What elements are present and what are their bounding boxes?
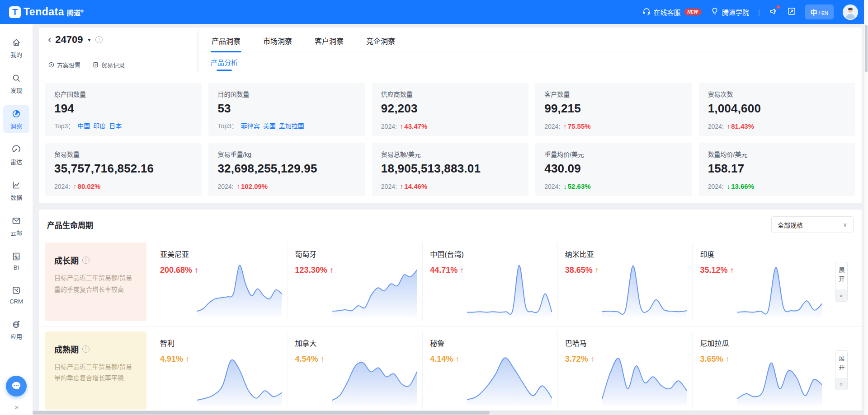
lifecycle-chart[interactable]: 葡萄牙123.30%↑ <box>288 242 423 321</box>
trade-records-label: 贸易记录 <box>101 61 125 69</box>
stats-row-1: 原产国数量194Top3：中国印度日本目的国数量53Top3：菲律宾美国孟加拉国… <box>45 83 855 136</box>
sidebar-collapse-button[interactable]: » <box>15 403 18 410</box>
sidebar-item-data[interactable]: 数据 <box>3 177 29 205</box>
stat-value: 194 <box>54 102 193 116</box>
arrow-up-icon: ↑ <box>460 266 464 275</box>
chat-fab-button[interactable] <box>6 376 27 396</box>
stat-card: 数量均价/美元158.172024:↓13.66% <box>699 143 855 196</box>
expand-button[interactable]: 展开» <box>835 350 848 390</box>
stat-title: 供应商数量 <box>381 89 519 98</box>
stat-value: 430.09 <box>544 162 683 176</box>
sidebar-item-bi[interactable]: BIBI <box>3 248 29 274</box>
yoy-year-label: 2024: <box>544 183 560 190</box>
tendata-logo[interactable]: T Tendata 腾道® <box>9 6 84 18</box>
online-service-link[interactable]: 在线客服 NEW <box>642 7 701 17</box>
lifecycle-chart[interactable]: 秘鲁4.14%↑ <box>422 331 557 410</box>
chart-country-name: 中国(台湾) <box>430 248 550 259</box>
stage-info-icon[interactable]: ! <box>82 345 90 353</box>
sidebar-item-home[interactable]: 我的 <box>3 34 29 62</box>
academy-link[interactable]: 腾道学院 <box>710 7 749 17</box>
top3-link[interactable]: 印度 <box>93 121 106 130</box>
sidebar-item-radar[interactable]: 雷达 <box>3 141 29 169</box>
chart-country-name: 印度 <box>700 248 820 259</box>
top3-link[interactable]: 美国 <box>263 121 276 130</box>
arrow-up-icon: ↑ <box>730 266 734 275</box>
expand-col: 展开» <box>827 242 855 321</box>
lifecycle-chart[interactable]: 巴哈马3.72%↑ <box>557 331 693 410</box>
yoy-pct: 102.09% <box>241 182 268 190</box>
user-avatar[interactable] <box>843 5 858 20</box>
lifecycle-chart[interactable]: 中国(台湾)44.71%↑ <box>422 242 557 321</box>
tab-product[interactable]: 产品洞察 <box>211 28 241 52</box>
sidebar-item-mail[interactable]: 云邮 <box>3 212 29 240</box>
announcements-button[interactable] <box>769 7 778 17</box>
chart-pct-value: 200.68% <box>160 266 192 275</box>
tab-market[interactable]: 市场洞察 <box>262 28 293 52</box>
home-icon <box>11 37 21 49</box>
yoy-pct: 52.63% <box>568 182 591 190</box>
lifecycle-chart[interactable]: 加拿大4.54%↑ <box>288 331 423 410</box>
sparkline-chart <box>197 348 282 406</box>
tab-competitor[interactable]: 竞企洞察 <box>365 28 396 52</box>
double-chevron-down-icon: » <box>835 378 847 390</box>
plan-settings-link[interactable]: 方案设置 <box>48 61 80 69</box>
stat-foot: 2024:↑81.43% <box>708 122 846 130</box>
lang-zh: 中 <box>811 7 817 17</box>
yoy-pct: 80.02% <box>78 182 101 190</box>
sidebar-item-insight[interactable]: 洞察 <box>3 105 29 133</box>
top3-link[interactable]: 菲律宾 <box>241 121 260 130</box>
stats-section: 原产国数量194Top3：中国印度日本目的国数量53Top3：菲律宾美国孟加拉国… <box>39 75 862 203</box>
stage-info-icon[interactable]: ! <box>82 256 90 264</box>
sparkline-chart <box>332 259 417 317</box>
yoy-change: ↓52.63% <box>563 182 590 190</box>
trade-records-link[interactable]: 贸易记录 <box>92 61 125 69</box>
target-icon <box>48 61 55 68</box>
language-toggle[interactable]: 中 / EN <box>805 5 834 19</box>
yoy-year-label: 2024: <box>381 183 397 190</box>
chart-country-name: 葡萄牙 <box>295 248 415 259</box>
lifecycle-chart[interactable]: 尼加拉瓜3.65%↑ <box>692 331 827 410</box>
lifecycle-chart[interactable]: 印度35.12%↑ <box>692 242 827 321</box>
back-icon[interactable]: ‹ <box>48 35 51 45</box>
yoy-year-label: 2024: <box>217 183 233 190</box>
discover-icon <box>11 73 21 84</box>
lifecycle-chart[interactable]: 亚美尼亚200.68%↑ <box>153 242 288 321</box>
lifecycle-chart[interactable]: 智利4.91%↑ <box>153 331 288 410</box>
sidebar-item-label: 雷达 <box>10 157 22 166</box>
expand-button[interactable]: 展开» <box>835 262 848 302</box>
top3-link[interactable]: 日本 <box>109 121 122 130</box>
plan-info-icon[interactable]: ! <box>95 36 103 43</box>
horizontal-scrollbar[interactable] <box>33 410 864 415</box>
subtab-product-analysis[interactable]: 产品分析 <box>211 57 238 71</box>
stat-value: 158.17 <box>708 162 846 176</box>
vertical-scrollbar[interactable] <box>864 0 868 415</box>
tabs-block: 产品洞察市场洞察客户洞察竞企洞察 产品分析 <box>197 28 862 75</box>
spec-filter-select[interactable]: 全部规格 ∨ <box>771 216 854 233</box>
sidebar-item-apps[interactable]: 应用 <box>3 316 29 344</box>
fullscreen-button[interactable] <box>787 7 796 17</box>
yoy-change: ↑75.55% <box>563 122 590 130</box>
sidebar-item-crm[interactable]: CRM <box>3 282 29 308</box>
stat-card: 贸易总额/美元18,905,513,883.012024:↑14.46% <box>372 143 528 196</box>
logo-text: Tendata <box>24 6 64 18</box>
yoy-change: ↑14.46% <box>400 182 427 190</box>
stage-title-row: 成长期! <box>54 254 137 266</box>
sidebar-item-discover[interactable]: 发现 <box>3 70 29 98</box>
vertical-scrollbar-thumb[interactable] <box>865 25 868 72</box>
yoy-pct: 81.43% <box>731 122 754 130</box>
tab-customer[interactable]: 客户洞察 <box>314 28 344 52</box>
top3-link[interactable]: 中国 <box>77 121 90 130</box>
stage-desc: 目标产品近三年贸易额/贸易量的季度复合增长率平稳 <box>54 361 137 385</box>
horizontal-scrollbar-thumb[interactable] <box>33 411 490 415</box>
arrow-up-icon: ↑ <box>400 182 404 190</box>
lifecycle-chart[interactable]: 纳米比亚38.65%↑ <box>557 242 693 321</box>
sidebar-item-label: CRM <box>9 298 23 305</box>
arrow-up-icon: ↑ <box>185 354 189 364</box>
topbar: T Tendata 腾道® 在线客服 NEW 腾道学院 | 中 / EN <box>0 0 868 24</box>
stat-value: 1,004,600 <box>708 102 846 116</box>
plan-block: ‹ 24709 ▼ ! 方案设置 贸易记录 <box>39 28 197 75</box>
plan-dropdown-caret-icon[interactable]: ▼ <box>87 37 92 42</box>
top3-link[interactable]: 孟加拉国 <box>279 121 304 130</box>
yoy-pct: 13.66% <box>731 182 754 190</box>
arrow-up-icon: ↑ <box>400 122 404 130</box>
